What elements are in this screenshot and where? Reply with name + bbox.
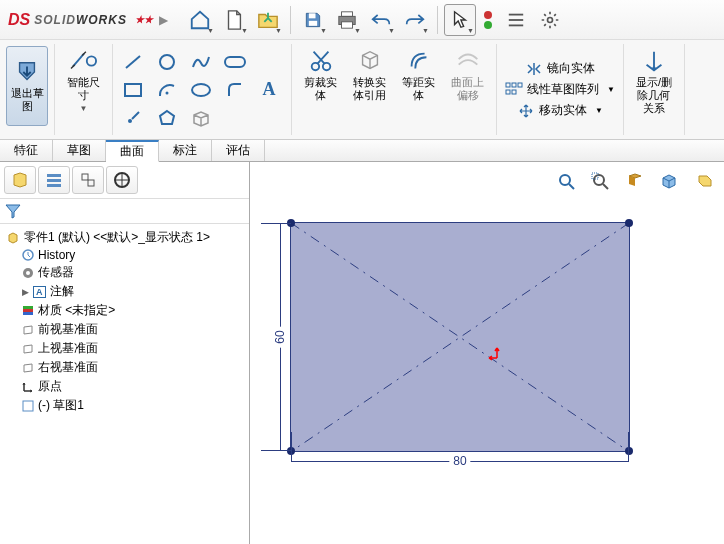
origin-icon: [22, 381, 34, 393]
vertex-bottom-right[interactable]: [625, 447, 633, 455]
ribbon-group-relations: 显示/删 除几何 关系: [624, 44, 685, 135]
chevron-right-icon[interactable]: ▶: [159, 13, 168, 27]
surface-offset-button[interactable]: 曲面上 偏移: [445, 46, 490, 104]
dimension-width[interactable]: 80: [291, 461, 629, 481]
arc-tool[interactable]: [153, 78, 181, 102]
zoom-fit-button[interactable]: [552, 168, 582, 194]
smart-dimension-button[interactable]: 智能尺 寸 ▼: [61, 46, 106, 115]
undo-button[interactable]: ▼: [365, 4, 397, 36]
expand-icon[interactable]: ▶: [22, 287, 29, 297]
smart-dimension-label: 智能尺 寸: [67, 76, 100, 102]
logo-ds: DS: [8, 11, 30, 29]
line-tool[interactable]: [119, 50, 147, 74]
settings-button[interactable]: [534, 4, 566, 36]
tree-annotations[interactable]: ▶ A 注解: [4, 282, 245, 301]
property-manager-tab[interactable]: [38, 166, 70, 194]
svg-point-14: [192, 84, 210, 96]
display-style-button[interactable]: [688, 168, 718, 194]
svg-point-13: [166, 91, 169, 94]
title-bar: DS SOLIDWORKS ★★ ▶ ▼ ▼ ▼ ▼ ▼ ▼ ▼ ▼: [0, 0, 724, 40]
tree-root[interactable]: 零件1 (默认) <<默认>_显示状态 1>: [4, 228, 245, 247]
plane-tool[interactable]: [187, 106, 215, 130]
tab-features[interactable]: 特征: [0, 140, 53, 161]
tree-origin[interactable]: 原点: [4, 377, 245, 396]
view-orientation-button[interactable]: [654, 168, 684, 194]
tab-sketch[interactable]: 草图: [53, 140, 106, 161]
ribbon-group-modify: 剪裁实 体 转换实 体引用 等距实 体 曲面上 偏移: [292, 44, 497, 135]
svg-rect-2: [341, 11, 352, 16]
trim-button[interactable]: 剪裁实 体: [298, 46, 343, 104]
svg-rect-27: [47, 184, 61, 187]
move-label: 移动实体: [539, 102, 587, 119]
tab-surfaces[interactable]: 曲面: [106, 140, 159, 162]
ribbon-group-sketch-tools: A: [113, 44, 292, 135]
material-icon: [22, 305, 34, 317]
move-button[interactable]: 移动实体▼: [513, 101, 607, 120]
rectangle-tool[interactable]: [119, 78, 147, 102]
tree-top-plane[interactable]: 上视基准面: [4, 339, 245, 358]
svg-point-38: [560, 175, 570, 185]
spline-tool[interactable]: [187, 50, 215, 74]
tree-front-plane[interactable]: 前视基准面: [4, 320, 245, 339]
tree-history[interactable]: History: [4, 247, 245, 263]
point-tool[interactable]: [119, 106, 147, 130]
tree-material[interactable]: 材质 <未指定>: [4, 301, 245, 320]
slot-tool[interactable]: [221, 50, 249, 74]
dimxpert-tab[interactable]: [106, 166, 138, 194]
plane-icon: [22, 324, 34, 336]
open-button[interactable]: ▼: [252, 4, 284, 36]
redo-button[interactable]: ▼: [399, 4, 431, 36]
vertex-top-right[interactable]: [625, 219, 633, 227]
select-button[interactable]: ▼: [444, 4, 476, 36]
tree-sensors[interactable]: 传感器: [4, 263, 245, 282]
tab-annotate[interactable]: 标注: [159, 140, 212, 161]
exit-sketch-label: 退出草 图: [11, 87, 44, 113]
ellipse-tool[interactable]: [187, 78, 215, 102]
mirror-button[interactable]: 镜向实体: [521, 59, 599, 78]
manager-tabs: [0, 162, 249, 199]
home-button[interactable]: ▼: [184, 4, 216, 36]
tree-right-plane[interactable]: 右视基准面: [4, 358, 245, 377]
tree-sketch1[interactable]: (-) 草图1: [4, 396, 245, 415]
rebuild-indicator[interactable]: [484, 11, 492, 29]
sensor-icon: [22, 267, 34, 279]
svg-rect-26: [47, 179, 61, 182]
dimension-height[interactable]: 60: [261, 223, 281, 451]
svg-rect-0: [309, 13, 316, 18]
text-tool[interactable]: A: [255, 78, 283, 102]
graphics-area[interactable]: ◆ 腾轩 80 60: [250, 162, 724, 544]
feature-tree-tab[interactable]: [4, 166, 36, 194]
linear-pattern-button[interactable]: 线性草图阵列▼: [501, 80, 619, 99]
tree-filter[interactable]: [0, 199, 249, 224]
display-relations-label: 显示/删 除几何 关系: [636, 76, 672, 115]
stars-icon: ★★: [135, 14, 153, 25]
svg-rect-34: [23, 309, 33, 312]
exit-sketch-button[interactable]: 退出草 图: [6, 46, 48, 126]
section-view-button[interactable]: [620, 168, 650, 194]
options-list-button[interactable]: [500, 4, 532, 36]
trim-label: 剪裁实 体: [304, 76, 337, 102]
svg-rect-37: [23, 401, 33, 411]
configuration-manager-tab[interactable]: [72, 166, 104, 194]
convert-button[interactable]: 转换实 体引用: [347, 46, 392, 104]
pattern-icon: [505, 82, 523, 98]
polygon-tool[interactable]: [153, 106, 181, 130]
new-button[interactable]: ▼: [218, 4, 250, 36]
svg-rect-19: [506, 83, 510, 87]
display-relations-button[interactable]: 显示/删 除几何 关系: [630, 46, 678, 117]
svg-point-24: [652, 67, 656, 71]
heads-up-toolbar: [552, 168, 718, 194]
circle-tool[interactable]: [153, 50, 181, 74]
fillet-tool[interactable]: [221, 78, 249, 102]
offset-button[interactable]: 等距实 体: [396, 46, 441, 104]
svg-point-15: [128, 119, 132, 123]
feature-manager: 零件1 (默认) <<默认>_显示状态 1> History 传感器 ▶ A 注…: [0, 162, 250, 544]
save-button[interactable]: ▼: [297, 4, 329, 36]
print-button[interactable]: ▼: [331, 4, 363, 36]
tab-evaluate[interactable]: 评估: [212, 140, 265, 161]
svg-rect-22: [506, 90, 510, 94]
rectangle-face[interactable]: 80 60: [290, 222, 630, 452]
tree-root-label: 零件1 (默认) <<默认>_显示状态 1>: [24, 229, 210, 246]
zoom-area-button[interactable]: [586, 168, 616, 194]
ribbon: 退出草 图 智能尺 寸 ▼ A 剪裁实 体: [0, 40, 724, 140]
